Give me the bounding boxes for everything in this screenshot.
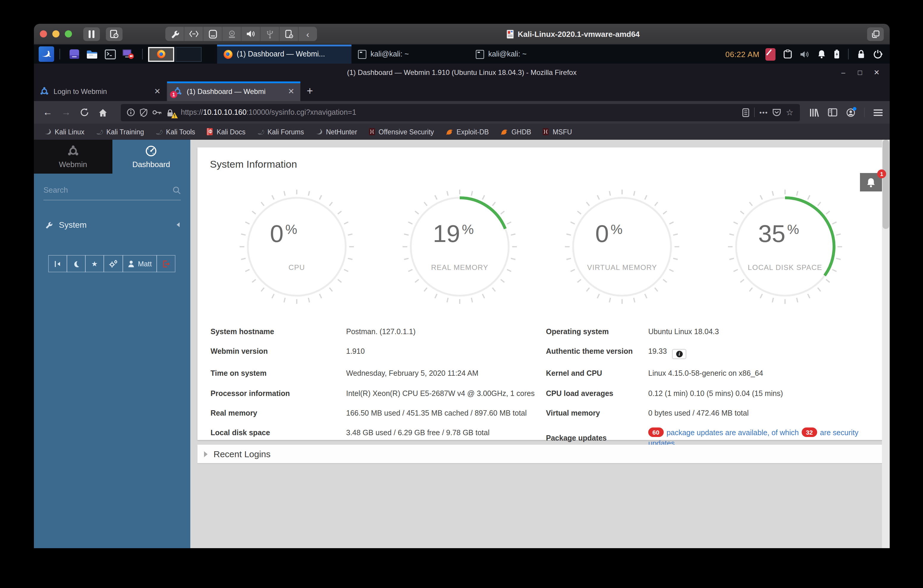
favorites-button[interactable]: ★	[85, 255, 104, 272]
vm-toolbar-collapse-button[interactable]: ‹	[299, 27, 317, 41]
bookmark-exploit-db[interactable]: Exploit-DB	[445, 128, 489, 135]
tab-login-to-webmin[interactable]: Login to Webmin ✕	[34, 81, 167, 101]
url-bar[interactable]: https://10.10.10.160:10000/sysinfo.cgi?x…	[121, 104, 800, 121]
bookmark-kali-forums[interactable]: Kali Forums	[257, 128, 304, 136]
tab-dashboard-webmin[interactable]: 1 (1) Dashboard — Webmi ✕	[167, 81, 301, 101]
volume-tray-icon[interactable]	[800, 50, 810, 59]
vm-fullscreen-button[interactable]	[867, 27, 884, 41]
tracking-shield-icon[interactable]	[140, 108, 148, 117]
info-label: Operating system	[546, 327, 648, 337]
vm-usb-button[interactable]	[261, 27, 279, 41]
notifications-tab[interactable]: 1	[860, 173, 882, 191]
bookmark-kali-docs[interactable]: Kali Docs	[206, 128, 245, 136]
scrollbar-thumb[interactable]	[882, 140, 889, 229]
folder-launcher-icon[interactable]	[85, 47, 99, 61]
collapse-sidebar-button[interactable]	[48, 255, 67, 272]
taskbar-label: kali@kali: ~	[371, 50, 409, 58]
night-mode-button[interactable]	[67, 255, 85, 272]
search-input[interactable]	[43, 186, 172, 194]
firefox-icon	[157, 50, 165, 58]
account-button[interactable]	[846, 108, 855, 117]
vm-camera-button[interactable]	[222, 27, 241, 41]
bookmark-nethunter[interactable]: NetHunter	[315, 128, 357, 136]
vm-harddisk-button[interactable]	[204, 27, 222, 41]
zoom-traffic-light[interactable]	[65, 30, 72, 38]
terminal-icon	[358, 50, 366, 59]
bookmark-label: Offensive Security	[379, 128, 434, 135]
bookmark-star-icon[interactable]: ☆	[786, 108, 794, 117]
taskbar-button-terminal-2[interactable]: kali@kali: ~	[469, 44, 587, 64]
gauge-ring	[248, 198, 345, 296]
power-tray-icon[interactable]	[873, 49, 882, 59]
tab-title: (1) Dashboard — Webmi	[187, 87, 283, 95]
close-button[interactable]: ✕	[868, 66, 885, 80]
bookmark-kali-linux[interactable]: Kali Linux	[44, 128, 84, 136]
close-traffic-light[interactable]	[40, 30, 47, 38]
vm-sound-button[interactable]	[241, 27, 260, 41]
pocket-icon[interactable]	[773, 108, 781, 117]
battery-tray-icon[interactable]	[834, 49, 840, 59]
workspace-2[interactable]	[176, 47, 202, 62]
vm-settings-wrench-button[interactable]	[165, 27, 184, 41]
notes-tray-icon[interactable]	[765, 48, 775, 60]
terminal-launcher-icon[interactable]	[103, 47, 117, 61]
home-button[interactable]	[96, 108, 109, 117]
reader-mode-icon[interactable]	[742, 108, 749, 117]
page-actions-icon[interactable]: •••	[759, 109, 768, 116]
kali-menu-button[interactable]	[39, 46, 54, 62]
vm-serial-button[interactable]	[184, 27, 203, 41]
vm-pause-button[interactable]	[83, 27, 100, 41]
bookmark-msfu[interactable]: MSFU	[542, 128, 572, 136]
page-scrollbar[interactable]	[882, 140, 890, 548]
workspace-1[interactable]	[148, 47, 174, 62]
minimize-traffic-light[interactable]	[53, 30, 59, 38]
sidebar-tab-webmin[interactable]: Webmin	[34, 140, 112, 174]
settings-button[interactable]	[103, 255, 123, 272]
notifications-tray-icon[interactable]	[817, 49, 826, 59]
new-tab-button[interactable]: +	[301, 81, 319, 101]
vm-snapshot-button[interactable]	[106, 27, 123, 41]
screen-recorder-launcher-icon[interactable]	[121, 47, 135, 61]
theme-info-button[interactable]: i	[672, 349, 687, 360]
bell-icon	[866, 177, 876, 187]
vm-titlebar: ‹ Kali-Linux-2020.1-vmware-amd64	[34, 24, 890, 44]
key-icon[interactable]	[152, 109, 162, 115]
bookmark-ghdb[interactable]: GHDB	[500, 128, 531, 135]
taskbar-button-terminal-1[interactable]: kali@kali: ~	[351, 44, 469, 64]
bookmark-offensive-security[interactable]: Offensive Security	[368, 128, 434, 136]
bookmark-kali-training[interactable]: Kali Training	[96, 128, 144, 136]
search-icon	[172, 186, 181, 194]
recent-logins-section[interactable]: Recent Logins	[197, 445, 884, 463]
maximize-button[interactable]: □	[852, 66, 868, 80]
user-button[interactable]: Matt	[123, 255, 157, 272]
vm-toolbar: ‹	[165, 27, 317, 41]
package-updates-link[interactable]: package updates are available, of which	[667, 429, 799, 437]
sidebar-search[interactable]	[43, 186, 181, 200]
webmin-favicon	[40, 87, 49, 96]
clipboard-tray-icon[interactable]	[783, 49, 792, 59]
forward-button[interactable]: →	[59, 108, 72, 117]
insecure-lock-warning-icon[interactable]	[166, 108, 176, 117]
sidebar-item-system[interactable]: System	[34, 215, 190, 235]
kali-panel: (1) Dashboard — Webmi... kali@kali: ~ ka…	[34, 44, 890, 64]
separator	[59, 49, 60, 59]
tab-close-icon[interactable]: ✕	[288, 87, 294, 96]
taskbar-button-firefox[interactable]: (1) Dashboard — Webmi...	[217, 44, 351, 64]
sidebar-tab-dashboard[interactable]: Dashboard	[112, 140, 190, 174]
lock-tray-icon[interactable]	[857, 49, 866, 59]
vm-clipboard-settings-button[interactable]	[279, 27, 298, 41]
url-text[interactable]: https://10.10.10.160:10000/sysinfo.cgi?x…	[181, 108, 737, 117]
sidebar-toggle-icon[interactable]	[828, 108, 838, 117]
menu-hamburger-icon[interactable]	[874, 108, 882, 116]
panel-clock[interactable]: 06:22 AM	[725, 50, 759, 59]
files-launcher-icon[interactable]	[67, 47, 82, 61]
bookmark-label: Exploit-DB	[457, 128, 489, 135]
tab-close-icon[interactable]: ✕	[154, 87, 161, 96]
site-info-icon[interactable]	[126, 108, 135, 117]
bookmark-kali-tools[interactable]: Kali Tools	[155, 128, 195, 136]
back-button[interactable]: ←	[41, 108, 54, 117]
reload-button[interactable]	[78, 108, 91, 117]
library-icon[interactable]	[810, 108, 819, 117]
logout-button[interactable]	[156, 255, 176, 272]
minimize-button[interactable]: –	[835, 66, 852, 80]
